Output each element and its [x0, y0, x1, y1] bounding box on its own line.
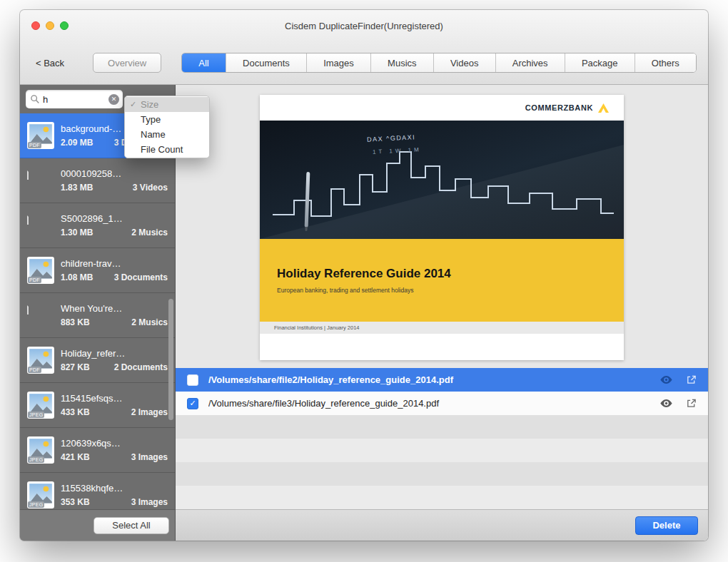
jpeg-thumbnail-icon: JPEG — [27, 481, 54, 509]
tab-documents[interactable]: Documents — [226, 53, 306, 72]
desktop: Cisdem DuplicateFinder(Unregistered) < B… — [0, 0, 728, 562]
toolbar: < Back Overview All Documents Images Mus… — [20, 41, 708, 84]
traffic-lights — [31, 10, 69, 41]
search-icon — [30, 94, 40, 104]
sort-menu-item-size[interactable]: ✓ Size — [125, 97, 209, 112]
empty-row — [176, 439, 708, 462]
file-size: 1.08 MB — [61, 272, 93, 282]
empty-row — [176, 486, 708, 509]
check-icon: ✓ — [130, 100, 137, 109]
tab-others[interactable]: Others — [635, 53, 696, 72]
tab-archives[interactable]: Archives — [495, 53, 565, 72]
file-type-badge: PDF — [28, 142, 41, 148]
minimize-window-button[interactable] — [46, 21, 54, 30]
jpeg-thumbnail-icon: JPEG — [27, 436, 54, 464]
file-size: 827 KB — [61, 362, 90, 372]
list-item[interactable]: When You're… 883 KB 2 Musics — [20, 293, 175, 338]
file-size: 421 KB — [61, 452, 90, 462]
window-title: Cisdem DuplicateFinder(Unregistered) — [20, 21, 708, 31]
sidebar-scrollbar[interactable] — [168, 299, 173, 420]
app-window: Cisdem DuplicateFinder(Unregistered) < B… — [20, 10, 708, 541]
jpeg-thumbnail-icon: JPEG — [27, 392, 54, 419]
title-banner: Holiday Reference Guide 2014 European ba… — [260, 239, 624, 322]
file-name: When You're… — [61, 303, 168, 314]
overview-button[interactable]: Overview — [93, 53, 161, 73]
commerzbank-logo-icon — [597, 103, 610, 113]
file-type-badge: PDF — [28, 277, 41, 283]
empty-row — [176, 462, 708, 486]
tab-videos[interactable]: Videos — [433, 53, 495, 72]
preview-area: COMMERZBANK DAX ^GDAXI — [176, 85, 708, 368]
file-count: 3 Images — [131, 497, 168, 507]
list-item[interactable]: JPEG 115415efsqs… 433 KB 2 Images — [20, 383, 175, 428]
preview-eye-icon[interactable] — [659, 375, 673, 384]
sort-menu-item-type[interactable]: Type — [125, 112, 209, 127]
list-item[interactable]: JPEG 120639x6qs… 421 KB 3 Images — [20, 428, 175, 473]
select-all-button[interactable]: Select All — [93, 517, 169, 534]
file-count: 3 Images — [131, 452, 168, 462]
file-type-badge: JPEG — [28, 412, 44, 418]
file-name: 115415efsqs… — [61, 393, 168, 404]
open-in-finder-icon[interactable] — [686, 374, 697, 385]
titlebar: Cisdem DuplicateFinder(Unregistered) — [20, 10, 708, 41]
file-name: children-trav… — [61, 258, 168, 269]
preview-footer-note: Financial Institutions | January 2014 — [260, 322, 624, 334]
tab-musics[interactable]: Musics — [370, 53, 433, 72]
file-checkbox[interactable] — [187, 374, 198, 386]
pdf-thumbnail-icon: PDF — [27, 257, 54, 284]
document-icon — [27, 212, 54, 239]
file-path: /Volumes/share/file3/Holiday_reference_g… — [208, 398, 649, 409]
commerzbank-logo-text: COMMERZBANK — [525, 103, 593, 112]
tab-package[interactable]: Package — [565, 53, 635, 72]
pdf-thumbnail-icon: PDF — [27, 347, 54, 374]
clear-search-icon[interactable]: ✕ — [108, 94, 119, 105]
document-icon — [27, 302, 54, 329]
file-row[interactable]: ✓ /Volumes/share/file3/Holiday_reference… — [176, 392, 708, 415]
file-size: 433 KB — [61, 407, 90, 417]
duplicate-file-rows: /Volumes/share/file2/Holiday_reference_g… — [176, 368, 708, 509]
file-name: Holiday_refer… — [61, 348, 168, 359]
file-type-badge: PDF — [28, 367, 41, 373]
preview-title: Holiday Reference Guide 2014 — [277, 267, 624, 281]
preview-subtitle: European banking, trading and settlement… — [277, 287, 624, 294]
content: h ✕ PDF background-… 2.09 MB — [20, 85, 708, 541]
list-item[interactable]: JPEG 115538khqfe… 353 KB 3 Images — [20, 473, 175, 509]
sort-menu: ✓ Size Type Name File Count — [124, 96, 210, 158]
window-chrome: Cisdem DuplicateFinder(Unregistered) < B… — [20, 10, 708, 85]
tab-all[interactable]: All — [182, 53, 226, 72]
file-size: 1.83 MB — [61, 183, 93, 193]
cover-photo: DAX ^GDAXI 1T 1W 1M — [260, 121, 624, 239]
file-count: 3 Videos — [133, 183, 168, 193]
file-count: 2 Images — [131, 407, 168, 417]
open-in-finder-icon[interactable] — [686, 398, 697, 409]
sort-menu-item-file-count[interactable]: File Count — [125, 142, 209, 157]
back-button[interactable]: < Back — [36, 58, 64, 68]
empty-row — [176, 415, 708, 439]
pdf-thumbnail-icon: PDF — [27, 122, 54, 149]
file-size: 2.09 MB — [61, 138, 93, 148]
file-type-badge: JPEG — [28, 501, 44, 508]
file-size: 1.30 MB — [61, 228, 93, 237]
file-count: 2 Musics — [131, 317, 168, 327]
list-item[interactable]: PDF children-trav… 1.08 MB 3 Documents — [20, 248, 175, 293]
file-count: 2 Documents — [114, 362, 168, 372]
preview-eye-icon[interactable] — [659, 399, 673, 408]
zoom-window-button[interactable] — [60, 21, 69, 30]
file-row[interactable]: /Volumes/share/file2/Holiday_reference_g… — [176, 368, 708, 392]
document-preview: COMMERZBANK DAX ^GDAXI — [260, 95, 624, 360]
file-path: /Volumes/share/file2/Holiday_reference_g… — [208, 374, 649, 385]
duplicate-group-list: PDF background-… 2.09 MB 3 Documents — [20, 113, 175, 509]
list-item[interactable]: 0000109258… 1.83 MB 3 Videos — [20, 158, 175, 203]
sort-menu-item-name[interactable]: Name — [125, 127, 209, 142]
category-tabs: All Documents Images Musics Videos Archi… — [181, 53, 697, 73]
file-name: 115538khqfe… — [61, 483, 168, 494]
list-item[interactable]: S5002896_1… 1.30 MB 2 Musics — [20, 203, 175, 248]
delete-button[interactable]: Delete — [635, 516, 698, 535]
file-type-badge: JPEG — [28, 456, 44, 463]
tab-images[interactable]: Images — [306, 53, 370, 72]
search-input[interactable]: h ✕ — [26, 90, 123, 108]
file-checkbox[interactable]: ✓ — [187, 398, 198, 409]
list-item[interactable]: PDF Holiday_refer… 827 KB 2 Documents — [20, 338, 175, 383]
search-value: h — [43, 94, 106, 105]
close-window-button[interactable] — [31, 21, 40, 30]
